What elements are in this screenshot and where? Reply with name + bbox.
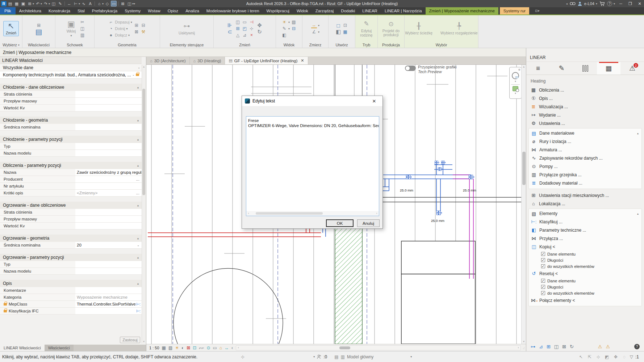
trim-icon[interactable]: ⊣ <box>249 19 255 25</box>
select-links-icon[interactable]: ↖ <box>578 354 584 359</box>
user-icon[interactable] <box>578 1 582 6</box>
prop-value[interactable] <box>75 261 142 268</box>
customize-qat-icon[interactable]: ▾ <box>134 2 135 5</box>
thin-lines-icon[interactable]: ▭ <box>111 1 117 7</box>
tab-systemy[interactable]: Systemy <box>121 7 144 14</box>
modify-icon[interactable]: ✎ <box>57 1 63 7</box>
warnings-icon[interactable]: ⚠ <box>598 344 602 349</box>
tab-architektura[interactable]: Architektura <box>16 7 45 14</box>
analytical-model-icon[interactable]: ▭ <box>213 345 217 350</box>
view-tab-3d-architecture[interactable]: ⌂3D (Architecture) <box>146 57 190 64</box>
tab-calculations[interactable]: ▦ <box>597 62 620 75</box>
tab-wspolpracuj[interactable]: Współpracuj <box>263 7 293 14</box>
scroll-down-icon[interactable]: ˅ <box>142 339 146 344</box>
user-label[interactable]: e-L04 <box>584 1 594 6</box>
ribbon-state-toggle-icon[interactable]: ⊡▾ <box>533 7 541 14</box>
tab-linear-wlasciwosci[interactable]: LINEAR Właściwości <box>0 345 45 351</box>
paste-button[interactable]: ▣Wklej▾ <box>64 20 78 38</box>
activate-controls-button[interactable]: ⊶Uaktywnij <box>176 21 197 36</box>
filter-icon[interactable]: ▽ <box>630 354 633 359</box>
tab-zmien-wyposazenie[interactable]: Zmień | Wyposażenie mechaniczne <box>426 7 498 14</box>
redo-caret-icon[interactable]: ▾ <box>49 2 50 5</box>
steering-wheel-icon[interactable]: 2D <box>512 72 519 79</box>
visual-style-icon[interactable]: ▧ <box>168 345 172 350</box>
scroll-right-icon[interactable]: › <box>516 346 520 350</box>
checkbox-wszystkie-elementy[interactable]: ✓do wszystkich elementów <box>529 290 641 296</box>
filter-count[interactable]: :1 <box>635 354 639 359</box>
scroll-down-icon[interactable]: ˅ <box>522 339 526 344</box>
prop-value[interactable] <box>75 98 142 104</box>
close-hidden-windows-icon[interactable]: ⊠ <box>120 1 126 7</box>
active-design-option[interactable]: Model główny <box>347 354 373 359</box>
tab-modelowanie[interactable]: Modelowanie bryłowe i teren <box>203 7 263 14</box>
section-header[interactable]: Obliczenia - parametry pozycji▴ <box>0 162 142 169</box>
classify-tree-icon[interactable]: ⊢: <box>136 302 140 307</box>
scroll-up-icon[interactable]: ˄ <box>522 65 526 70</box>
measure-icon[interactable]: ↔ <box>66 1 72 7</box>
displace-elements-icon[interactable]: ↔ <box>225 345 229 350</box>
menu-wizualizacja[interactable]: ≣Wizualizacja ... <box>528 102 642 111</box>
split-gap-icon[interactable]: ▭ <box>242 19 248 25</box>
create-similar-icon[interactable]: □ <box>335 22 341 28</box>
zoom-region-icon[interactable] <box>513 86 518 91</box>
help-icon[interactable]: ? <box>607 1 612 6</box>
tab-menu[interactable]: ≡ <box>526 62 550 75</box>
menu-przylacza[interactable]: ⋈Przyłącza ... <box>529 234 641 243</box>
section-header[interactable]: Chłodzenie - parametry pozycji▴ <box>0 136 142 143</box>
menu-kopiuj[interactable]: ◫Kopiuj < <box>529 243 641 251</box>
match-type-icon[interactable]: ▥ <box>79 32 85 38</box>
measure-along-icon[interactable]: ∠ <box>311 29 317 35</box>
search-icon[interactable] <box>570 1 576 6</box>
drag-on-selection-icon[interactable]: ✥ <box>612 354 619 359</box>
tab-analiza[interactable]: Analiza <box>182 7 203 14</box>
menu-resetuj[interactable]: ↺Resetuj < <box>529 269 641 278</box>
apply-button[interactable]: Zastosuj <box>120 337 140 343</box>
menu-lokalizacja[interactable]: ⌂Lokalizacja ... <box>528 199 642 208</box>
checkbox-checked-icon[interactable]: ✓ <box>541 279 545 283</box>
prop-value[interactable]: Thermal.Controller.SixPortValve⊢: <box>75 301 142 307</box>
section-header[interactable]: Ogrzewanie - geometria▴ <box>0 235 142 242</box>
pin-icon[interactable]: ⊹ <box>249 26 255 31</box>
checkbox-checked-icon[interactable]: ✓ <box>541 258 545 262</box>
design-options-icon[interactable]: ▤ <box>334 354 338 359</box>
worksets-count[interactable]: :0 <box>323 354 327 359</box>
tab-prefabrykacja[interactable]: Prefabrykacja <box>88 7 121 14</box>
create-assembly-icon[interactable]: ◧ <box>335 29 341 35</box>
detail-level-icon[interactable]: ▦ <box>162 345 166 350</box>
close-button[interactable]: ✕ <box>636 0 643 7</box>
prop-value[interactable]: <Zmienny>... <box>75 190 142 196</box>
print-icon[interactable]: ◫ <box>51 1 57 7</box>
demolish-icon[interactable]: ⚒ <box>141 29 146 35</box>
cut-geometry-icon[interactable]: ◔ <box>108 26 114 31</box>
tab-dodatki[interactable]: Dodatki <box>337 7 359 14</box>
menu-opis[interactable]: ①Opis ... <box>528 94 642 102</box>
restore-button[interactable]: ❐ <box>627 0 634 7</box>
tab-warnings[interactable]: ⚠2 <box>620 62 644 75</box>
prop-value[interactable] <box>75 150 142 156</box>
classify-tree-icon[interactable]: ⊢: <box>136 309 140 313</box>
split-icon[interactable]: ◫ <box>235 19 241 25</box>
text-icon[interactable]: A <box>87 1 93 7</box>
scrollbar-thumb[interactable] <box>256 212 323 215</box>
select-run-button[interactable]: ╂Wybierz ścieżkę <box>403 21 435 36</box>
cope-icon[interactable]: ⌐ <box>108 19 114 25</box>
main-model-icon[interactable]: ▥ <box>341 354 345 359</box>
revit-logo[interactable]: R <box>1 1 7 7</box>
checkbox-dane-elementu[interactable]: ✓Dane elementu <box>529 251 641 257</box>
checkbox-checked-icon[interactable]: ✓ <box>541 264 545 268</box>
default-3d-view-icon[interactable]: ⌂ <box>96 1 102 7</box>
scroll-left-icon[interactable]: ‹ <box>246 212 251 215</box>
spline-icon[interactable]: ∿ <box>81 1 87 7</box>
dimension-icon[interactable]: ⊢ <box>73 1 79 7</box>
section-header[interactable]: Chłodzenie - dane obliczeniowe▴ <box>0 84 142 91</box>
create-parts-icon[interactable]: ▦ <box>342 29 348 35</box>
menu-parametry-techniczne[interactable]: ◧Parametry techniczne ... <box>529 226 641 234</box>
minimize-button[interactable]: ─ <box>617 0 624 7</box>
section-header[interactable]: Chłodzenie - geometria▴ <box>0 117 142 124</box>
sun-icon[interactable]: ☀ <box>281 19 287 25</box>
prop-value[interactable]: Zawór sześciodrożny z grupą regulacy <box>75 169 142 176</box>
wall-joins-icon[interactable]: ⊞ <box>134 22 139 28</box>
dialog-title-bar[interactable]: Edytuj tekst ✕ <box>242 96 382 106</box>
scale-icon[interactable]: ⊿ <box>242 32 248 38</box>
beam-joins-icon[interactable]: ⊟ <box>141 22 146 28</box>
